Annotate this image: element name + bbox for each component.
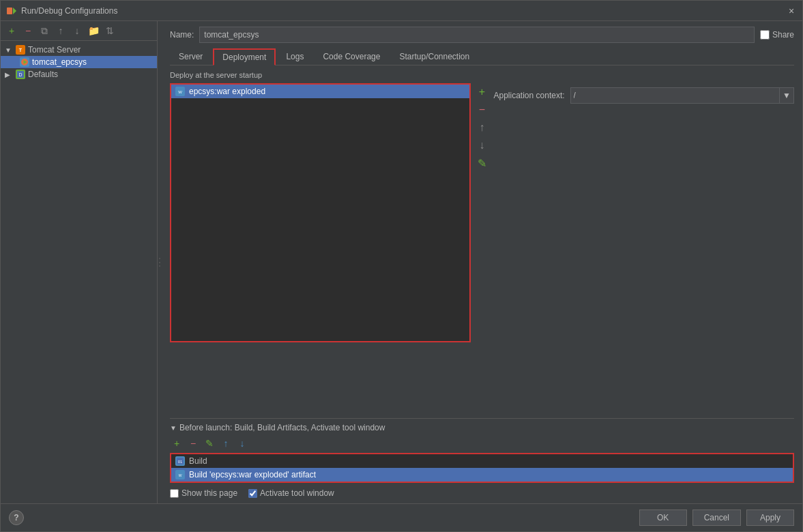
context-panel: Application context: ▼ (494, 83, 795, 413)
build-icon: 01 (175, 456, 185, 466)
context-label: Application context: (494, 91, 565, 100)
dialog-icon (6, 5, 17, 16)
launch-remove-button[interactable]: − (186, 437, 200, 450)
sidebar: + − ⧉ ↑ ↓ 📁 ⇅ ▼ T Tomc (1, 21, 158, 503)
launch-edit-button[interactable]: ✎ (203, 437, 216, 450)
sidebar-item-tomcat-epcsys[interactable]: tomcat_epcsys (1, 56, 157, 68)
dialog-title: Run/Debug Configurations (21, 6, 782, 16)
launch-build-artifact-label: Build 'epcsys:war exploded' artifact (189, 470, 316, 479)
sidebar-item-tomcat-server-group[interactable]: ▼ T Tomcat Server (1, 44, 157, 56)
epcsys-config-icon (20, 57, 29, 67)
defaults-icon: D (16, 70, 25, 79)
deploy-item-epcsys[interactable]: W epcsys:war exploded (171, 85, 469, 98)
before-launch-header: ▼ Before launch: Build, Build Artifacts,… (170, 423, 794, 432)
tab-startup-connection[interactable]: Startup/Connection (390, 48, 478, 65)
defaults-expand-arrow: ▶ (5, 71, 13, 78)
show-this-page-row: Show this page (170, 488, 237, 498)
sidebar-item-defaults-group[interactable]: ▶ D Defaults (1, 68, 157, 80)
tomcat-server-icon: T (16, 45, 25, 55)
deploy-side-buttons: + − ↑ ↓ ✎ (475, 83, 490, 413)
activate-tool-window-label: Activate tool window (260, 488, 334, 498)
deploy-remove-button[interactable]: − (475, 102, 490, 117)
share-label: Share (772, 30, 794, 40)
name-label: Name: (170, 30, 194, 40)
move-down-button[interactable]: ↓ (70, 24, 84, 38)
tabs-row: Server Deployment Logs Code Coverage Sta… (170, 48, 794, 65)
add-config-button[interactable]: + (5, 24, 18, 38)
close-button[interactable]: × (786, 5, 797, 16)
name-row: Name: Share (170, 27, 794, 43)
launch-add-button[interactable]: + (170, 437, 184, 450)
dialog-body: + − ⧉ ↑ ↓ 📁 ⇅ ▼ T Tomc (1, 21, 802, 503)
before-launch-toolbar: + − ✎ ↑ ↓ (170, 437, 794, 450)
launch-up-button[interactable]: ↑ (219, 437, 233, 450)
show-this-page-label: Show this page (181, 488, 237, 498)
deploy-up-button[interactable]: ↑ (475, 120, 490, 135)
activate-tool-window-row: Activate tool window (248, 488, 334, 498)
sidebar-toolbar: + − ⧉ ↑ ↓ 📁 ⇅ (1, 21, 157, 41)
context-input-wrap: ▼ (570, 87, 794, 104)
launch-build-label: Build (189, 456, 207, 466)
expand-arrow: ▼ (5, 46, 13, 54)
tomcat-server-label: Tomcat Server (28, 45, 81, 55)
svg-text:01: 01 (178, 460, 183, 464)
sort-button[interactable]: ⇅ (103, 24, 117, 38)
context-input[interactable] (570, 87, 780, 104)
launch-item-build-artifact[interactable]: W Build 'epcsys:war exploded' artifact (171, 468, 793, 482)
ok-button[interactable]: OK (639, 509, 687, 526)
tab-deployment[interactable]: Deployment (213, 48, 276, 65)
before-launch-list: 01 Build W Build 'epcsys:war exploded (170, 453, 794, 483)
svg-text:W: W (178, 90, 182, 94)
svg-text:D: D (18, 72, 22, 77)
remove-config-button[interactable]: − (21, 24, 35, 38)
show-this-page-checkbox[interactable] (170, 489, 179, 498)
help-button[interactable]: ? (9, 510, 24, 525)
bottom-options: Show this page Activate tool window (170, 488, 794, 498)
sidebar-tree: ▼ T Tomcat Server (1, 41, 157, 503)
context-dropdown-button[interactable]: ▼ (780, 87, 794, 104)
main-panel: Name: Share Server Deployment Logs Code … (162, 21, 802, 503)
deploy-list-container: W epcsys:war exploded (170, 83, 471, 342)
share-row: Share (760, 30, 794, 40)
deploy-add-button[interactable]: + (475, 85, 490, 100)
launch-down-button[interactable]: ↓ (235, 437, 249, 450)
copy-config-button[interactable]: ⧉ (38, 24, 51, 38)
dialog-run-debug-configurations: Run/Debug Configurations × + − ⧉ ↑ ↓ 📁 ⇅… (0, 0, 803, 532)
defaults-label: Defaults (28, 70, 58, 79)
activate-tool-window-checkbox[interactable] (248, 489, 257, 498)
tab-logs[interactable]: Logs (277, 48, 312, 65)
build-artifact-icon: W (175, 470, 185, 479)
launch-item-build[interactable]: 01 Build (171, 454, 793, 468)
tab-server[interactable]: Server (170, 48, 211, 65)
folder-button[interactable]: 📁 (87, 24, 100, 38)
move-up-button[interactable]: ↑ (54, 24, 68, 38)
deploy-section-label: Deploy at the server startup (170, 71, 794, 79)
deploy-edit-button[interactable]: ✎ (475, 156, 490, 171)
deploy-item-icon: W (175, 87, 185, 96)
svg-text:W: W (179, 473, 182, 477)
app-context-row: Application context: ▼ (494, 87, 795, 104)
dialog-footer: ? OK Cancel Apply (1, 503, 802, 531)
before-launch-label: Before launch: Build, Build Artifacts, A… (179, 423, 385, 432)
before-launch-collapse-arrow[interactable]: ▼ (170, 424, 177, 432)
title-bar: Run/Debug Configurations × (1, 1, 802, 21)
svg-marker-1 (13, 8, 16, 14)
deploy-list: W epcsys:war exploded (170, 83, 471, 342)
name-input[interactable] (199, 27, 755, 43)
share-checkbox[interactable] (760, 30, 770, 40)
apply-button[interactable]: Apply (746, 509, 794, 526)
tab-code-coverage[interactable]: Code Coverage (314, 48, 389, 65)
cancel-button[interactable]: Cancel (692, 509, 741, 526)
before-launch-section: ▼ Before launch: Build, Build Artifacts,… (170, 418, 794, 498)
svg-text:T: T (19, 48, 23, 53)
deploy-down-button[interactable]: ↓ (475, 138, 490, 153)
deploy-area: W epcsys:war exploded + − ↑ ↓ ✎ (170, 83, 794, 413)
epcsys-label: tomcat_epcsys (32, 57, 87, 67)
svg-rect-0 (7, 8, 12, 14)
deploy-item-label: epcsys:war exploded (189, 87, 265, 96)
